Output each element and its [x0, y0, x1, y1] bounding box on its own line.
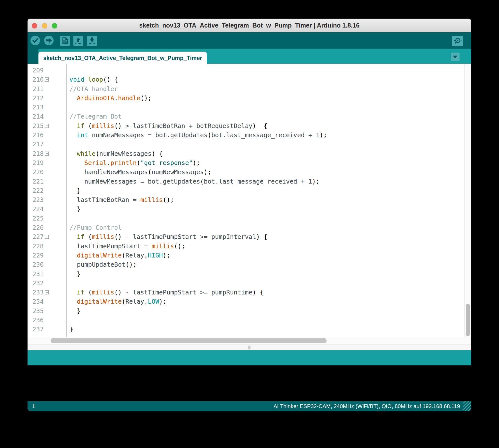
- code-text: ArduinoOTA.handle();: [69, 94, 152, 103]
- code-line: 237}: [28, 325, 464, 334]
- fold-collapse-icon[interactable]: [45, 152, 49, 156]
- code-text: }: [69, 186, 81, 195]
- code-line: 235 }: [28, 306, 464, 316]
- code-line: 211//OTA handler: [28, 84, 464, 94]
- code-text: if (millis() - lastTimePumpStart >= pump…: [69, 288, 264, 297]
- horizontal-scrollbar[interactable]: [28, 337, 471, 344]
- line-number: 233: [32, 288, 44, 297]
- code-line: 223 lastTimeBotRan = millis();: [28, 195, 464, 204]
- code-line: 230 pumpUpdateBot();: [28, 260, 464, 269]
- line-number: 224: [32, 204, 44, 214]
- line-number: 218: [32, 149, 44, 158]
- line-number: 217: [32, 140, 44, 149]
- code-text: pumpUpdateBot();: [69, 260, 137, 269]
- code-text: numNewMessages = bot.getUpdates(bot.last…: [69, 177, 319, 186]
- line-number: 222: [32, 186, 44, 195]
- code-line: 219 Serial.println("got response");: [28, 158, 464, 167]
- code-line: 236: [28, 316, 464, 325]
- fold-collapse-icon[interactable]: [45, 290, 49, 294]
- code-line: 209: [28, 66, 464, 75]
- code-text: void loop() {: [69, 75, 118, 84]
- line-number: 228: [32, 242, 44, 251]
- line-number: 229: [32, 251, 44, 260]
- serial-monitor-button[interactable]: [452, 36, 463, 46]
- editor-console-splitter[interactable]: [28, 344, 471, 350]
- tab-active-sketch[interactable]: sketch_nov13_OTA_Active_Telegram_Bot_w_P…: [38, 52, 207, 64]
- code-line: 227 if (millis() - lastTimePumpStart >= …: [28, 232, 464, 241]
- titlebar[interactable]: sketch_nov13_OTA_Active_Telegram_Bot_w_P…: [28, 19, 471, 32]
- line-number: 210: [32, 75, 44, 84]
- splitter-handle-icon: [248, 346, 250, 350]
- line-number: 236: [32, 316, 44, 325]
- code-line: 232: [28, 279, 464, 288]
- code-line: 214//Telegram Bot: [28, 112, 464, 121]
- code-line: 234 digitalWrite(Relay,LOW);: [28, 297, 464, 306]
- status-line-number: 1: [32, 401, 35, 411]
- line-number: 226: [32, 223, 44, 232]
- vertical-scrollbar-thumb[interactable]: [466, 304, 470, 336]
- line-number: 219: [32, 158, 44, 167]
- open-button[interactable]: [73, 36, 83, 46]
- line-number: 220: [32, 167, 44, 177]
- fold-collapse-icon[interactable]: [45, 77, 49, 82]
- fold-collapse-icon[interactable]: [45, 235, 49, 239]
- code-line: 233 if (millis() - lastTimePumpStart >= …: [28, 288, 464, 297]
- line-number: 231: [32, 269, 44, 279]
- console-output: [28, 365, 471, 401]
- code-line: 212 ArduinoOTA.handle();: [28, 94, 464, 103]
- tabbar-left-edge: [28, 49, 38, 64]
- code-text: digitalWrite(Relay,LOW);: [69, 297, 166, 306]
- tab-label: sketch_nov13_OTA_Active_Telegram_Bot_w_P…: [38, 52, 207, 64]
- toolbar: [28, 32, 471, 49]
- code-text: //Telegram Bot: [69, 112, 122, 121]
- line-number: 221: [32, 177, 44, 186]
- code-line: 216 int numNewMessages = bot.getUpdates(…: [28, 130, 464, 140]
- line-number: 225: [32, 214, 44, 223]
- code-text: lastTimePumpStart = millis();: [69, 242, 185, 251]
- fold-collapse-icon[interactable]: [45, 124, 49, 128]
- save-button[interactable]: [87, 36, 97, 46]
- code-line: 222 }: [28, 186, 464, 195]
- arduino-ide-window: sketch_nov13_OTA_Active_Telegram_Bot_w_P…: [28, 19, 471, 411]
- code-line: 218 while(numNewMessages) {: [28, 149, 464, 158]
- code-line: 215 if (millis() > lastTimeBotRan + botR…: [28, 121, 464, 130]
- line-number: 232: [32, 279, 44, 288]
- line-number: 223: [32, 195, 44, 204]
- line-number: 227: [32, 232, 44, 241]
- code-line: 213: [28, 103, 464, 112]
- upload-button[interactable]: [44, 36, 54, 45]
- horizontal-scrollbar-thumb[interactable]: [51, 338, 327, 343]
- status-message-strip: [28, 350, 471, 365]
- line-number: 216: [32, 130, 44, 140]
- code-text: while(numNewMessages) {: [69, 149, 163, 158]
- tab-menu-button[interactable]: [451, 53, 460, 61]
- code-text: if (millis() - lastTimePumpStart >= pump…: [69, 232, 267, 241]
- code-text: }: [69, 204, 81, 214]
- code-line: 221 numNewMessages = bot.getUpdates(bot.…: [28, 177, 464, 186]
- line-number: 212: [32, 94, 44, 103]
- verify-button[interactable]: [31, 36, 40, 45]
- code-line: 229 digitalWrite(Relay,HIGH);: [28, 251, 464, 260]
- code-line: 226//Pump Control: [28, 223, 464, 232]
- line-number: 234: [32, 297, 44, 306]
- code-text: lastTimeBotRan = millis();: [69, 195, 174, 204]
- code-text: int numNewMessages = bot.getUpdates(bot.…: [69, 130, 327, 140]
- code-editor[interactable]: 209210void loop() {211//OTA handler212 A…: [28, 64, 471, 337]
- code-line: 231 }: [28, 269, 464, 279]
- line-number: 237: [32, 325, 44, 334]
- resize-grip-icon[interactable]: [463, 401, 471, 411]
- status-bar: 1 AI Thinker ESP32-CAM, 240MHz (WiFi/BT)…: [28, 401, 471, 411]
- window-title: sketch_nov13_OTA_Active_Telegram_Bot_w_P…: [28, 19, 471, 32]
- code-line: 220 handleNewMessages(numNewMessages);: [28, 167, 464, 177]
- code-text: //OTA handler: [69, 84, 118, 94]
- code-line: 217: [28, 140, 464, 149]
- line-number: 209: [32, 66, 44, 75]
- line-number: 235: [32, 306, 44, 316]
- code-text: //Pump Control: [69, 223, 122, 232]
- code-line: 228 lastTimePumpStart = millis();: [28, 242, 464, 251]
- new-sketch-button[interactable]: [60, 36, 70, 46]
- code-text: handleNewMessages(numNewMessages);: [69, 167, 211, 177]
- code-lines: 209210void loop() {211//OTA handler212 A…: [28, 66, 464, 334]
- code-line: 225: [28, 214, 464, 223]
- vertical-scrollbar[interactable]: [464, 64, 471, 337]
